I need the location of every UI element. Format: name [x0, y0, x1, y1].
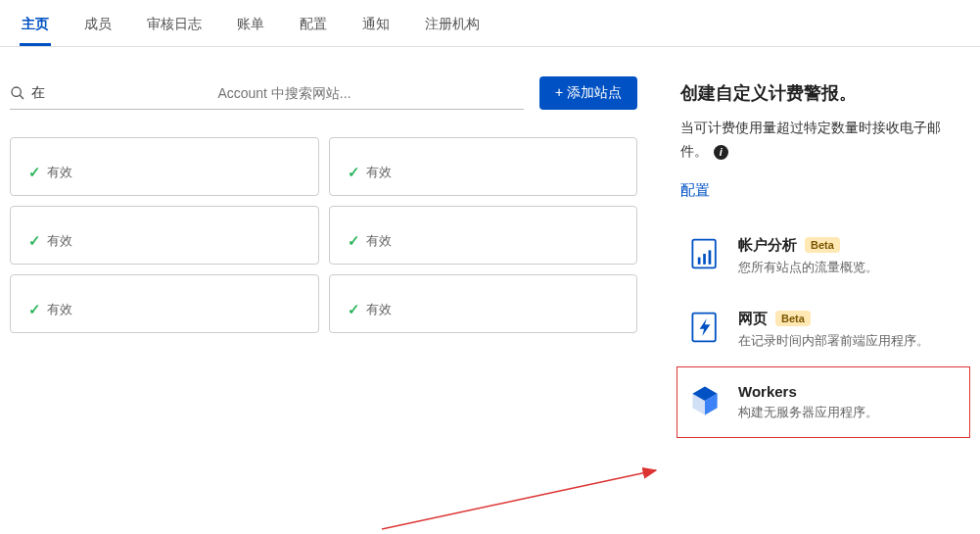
promo-workers[interactable]: Workers构建无服务器应用程序。 — [677, 366, 970, 438]
billing-title: 创建自定义计费警报。 — [680, 80, 966, 107]
tab-5[interactable]: 通知 — [360, 10, 392, 46]
beta-badge: Beta — [775, 311, 811, 326]
tab-1[interactable]: 成员 — [82, 10, 114, 46]
promo-title: 帐户分析Beta — [738, 236, 878, 255]
site-card[interactable]: ✓有效 — [329, 206, 638, 265]
billing-desc: 当可计费使用量超过特定数量时接收电子邮件。 i — [680, 117, 966, 164]
check-icon: ✓ — [28, 301, 41, 318]
promo-帐户分析[interactable]: 帐户分析Beta您所有站点的流量概览。 — [677, 219, 970, 293]
search-box[interactable]: 在 — [10, 77, 524, 110]
tab-6[interactable]: 注册机构 — [423, 10, 482, 46]
promo-网页[interactable]: 网页Beta在记录时间内部署前端应用程序。 — [677, 293, 970, 366]
site-status: ✓有效 — [348, 301, 620, 318]
site-card[interactable]: ✓有效 — [329, 274, 638, 333]
promo-desc: 在记录时间内部署前端应用程序。 — [738, 332, 929, 350]
site-card[interactable]: ✓有效 — [10, 206, 319, 265]
svg-point-0 — [12, 87, 21, 96]
search-prefix: 在 — [25, 84, 45, 102]
check-icon: ✓ — [348, 164, 360, 181]
site-card[interactable]: ✓有效 — [10, 137, 319, 196]
analytics-icon — [687, 236, 723, 271]
svg-rect-3 — [698, 257, 701, 264]
billing-configure-link[interactable]: 配置 — [680, 181, 710, 198]
workers-icon — [687, 383, 723, 418]
svg-rect-5 — [709, 250, 712, 264]
site-status: ✓有效 — [348, 164, 620, 181]
promo-desc: 您所有站点的流量概览。 — [738, 259, 878, 276]
site-status: ✓有效 — [28, 232, 301, 250]
promo-desc: 构建无服务器应用程序。 — [738, 404, 878, 421]
search-input[interactable] — [45, 81, 524, 105]
svg-line-1 — [20, 95, 23, 99]
add-site-button[interactable]: + 添加站点 — [539, 76, 637, 110]
lightning-icon — [687, 310, 723, 345]
promo-title: Workers — [738, 383, 878, 400]
tab-4[interactable]: 配置 — [298, 10, 329, 46]
site-card[interactable]: ✓有效 — [10, 274, 319, 333]
site-card[interactable]: ✓有效 — [329, 137, 638, 196]
site-status: ✓有效 — [348, 232, 620, 250]
info-icon[interactable]: i — [714, 145, 728, 160]
check-icon: ✓ — [28, 164, 41, 181]
tab-0[interactable]: 主页 — [20, 10, 51, 46]
svg-rect-4 — [703, 254, 706, 265]
check-icon: ✓ — [28, 232, 41, 250]
svg-marker-7 — [700, 318, 711, 336]
search-icon — [10, 85, 25, 101]
promo-title: 网页Beta — [738, 310, 929, 328]
check-icon: ✓ — [348, 232, 360, 250]
tab-3[interactable]: 账单 — [235, 10, 266, 46]
beta-badge: Beta — [805, 237, 840, 253]
check-icon: ✓ — [348, 301, 360, 318]
tab-2[interactable]: 审核日志 — [145, 10, 204, 46]
billing-alert-panel: 创建自定义计费警报。 当可计费使用量超过特定数量时接收电子邮件。 i 配置 — [677, 76, 970, 219]
site-status: ✓有效 — [28, 301, 301, 318]
site-status: ✓有效 — [28, 164, 301, 181]
